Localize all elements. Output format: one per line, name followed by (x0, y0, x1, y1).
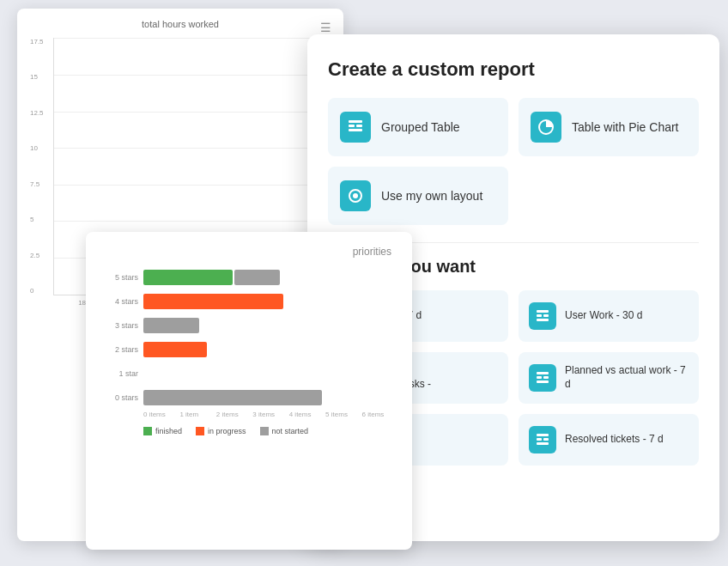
svg-rect-20 (537, 376, 542, 379)
horiz-row: 3 stars (100, 316, 398, 335)
horiz-row: 2 stars (100, 340, 398, 359)
chart-title: total hours worked (27, 19, 333, 29)
h-line (54, 221, 333, 222)
own-layout-label: Use my own layout (381, 188, 482, 204)
prebuilt-icon (529, 364, 556, 392)
horiz-bars (143, 390, 398, 405)
horiz-bars (143, 342, 398, 357)
horiz-bars (143, 294, 398, 309)
orange-bar (143, 294, 283, 309)
table-pie-label: Table with Pie Chart (572, 119, 679, 135)
orange-bar (143, 342, 207, 357)
prebuilt-label: Planned vs actual work - 7 d (565, 364, 689, 391)
svg-rect-0 (349, 120, 362, 123)
report-options-grid: Grouped Table Table with Pie Chart Use m… (328, 98, 699, 225)
svg-rect-28 (537, 438, 542, 441)
prebuilt-resolved-tickets[interactable]: Resolved tickets - 7 d (519, 414, 699, 466)
h-line (54, 148, 333, 149)
horiz-bars (143, 270, 398, 285)
row-label: 0 stars (100, 393, 138, 402)
page-title: Create a custom report (328, 58, 699, 81)
row-label: 4 stars (100, 297, 138, 306)
row-label: 3 stars (100, 321, 138, 330)
gray-bar (234, 270, 280, 285)
grouped-table-option[interactable]: Grouped Table (328, 98, 508, 156)
legend-color-notstarted (260, 427, 269, 435)
svg-rect-3 (349, 129, 362, 131)
horiz-bars (143, 318, 398, 333)
priorities-card: priorities 5 stars 4 stars 3 stars 2 sta (86, 232, 412, 550)
green-bar (143, 270, 233, 285)
priorities-title: priorities (100, 246, 398, 258)
own-layout-option[interactable]: Use my own layout (328, 167, 508, 225)
prebuilt-label: User Work - 30 d (565, 309, 642, 323)
legend-item-notstarted: not started (260, 427, 309, 435)
svg-rect-29 (543, 438, 549, 441)
own-layout-icon (340, 180, 371, 211)
svg-rect-19 (537, 372, 549, 374)
horiz-row: 0 stars (100, 388, 398, 407)
svg-rect-2 (356, 125, 362, 127)
legend-color-finished (143, 427, 152, 435)
svg-rect-22 (537, 380, 549, 383)
gray-bar (143, 318, 199, 333)
legend-item-inprogress: in progress (196, 427, 246, 435)
svg-rect-1 (349, 125, 355, 127)
x-axis-labels: 0 items 1 item 2 items 3 items 4 items 5… (143, 411, 398, 418)
svg-rect-11 (537, 310, 549, 313)
row-label: 1 star (100, 369, 138, 378)
svg-rect-30 (537, 442, 549, 445)
y-labels: 0 2.5 5 7.5 10 12.5 15 17.5 (30, 38, 44, 295)
svg-rect-14 (537, 319, 549, 321)
svg-rect-21 (543, 376, 549, 379)
table-pie-option[interactable]: Table with Pie Chart (519, 98, 699, 156)
grouped-table-icon (340, 112, 371, 143)
horiz-row: 4 stars (100, 292, 398, 311)
h-line (54, 185, 333, 186)
h-line (54, 38, 333, 39)
h-line (54, 112, 333, 113)
prebuilt-icon (529, 426, 556, 453)
svg-rect-13 (543, 314, 549, 317)
legend-item-finished: finished (143, 427, 182, 435)
grouped-table-label: Grouped Table (381, 119, 460, 135)
table-pie-icon (531, 112, 561, 143)
chart-menu-icon[interactable]: ☰ (320, 21, 331, 34)
svg-rect-27 (537, 434, 549, 436)
chart-legend: finished in progress not started (143, 427, 398, 435)
horiz-bars (143, 366, 398, 381)
svg-point-6 (353, 193, 358, 198)
prebuilt-icon (529, 302, 556, 330)
prebuilt-label: Resolved tickets - 7 d (565, 433, 664, 447)
horiz-row: 5 stars (100, 268, 398, 287)
horiz-row: 1 star (100, 364, 398, 383)
horiz-chart: 5 stars 4 stars 3 stars 2 stars (100, 268, 398, 407)
svg-rect-12 (537, 314, 542, 317)
row-label: 2 stars (100, 345, 138, 354)
prebuilt-user-work-30d[interactable]: User Work - 30 d (519, 290, 699, 342)
prebuilt-planned-actual[interactable]: Planned vs actual work - 7 d (519, 352, 699, 404)
row-label: 5 stars (100, 273, 138, 282)
gray-bar (143, 390, 322, 405)
h-line (54, 75, 333, 76)
legend-color-inprogress (196, 427, 204, 435)
